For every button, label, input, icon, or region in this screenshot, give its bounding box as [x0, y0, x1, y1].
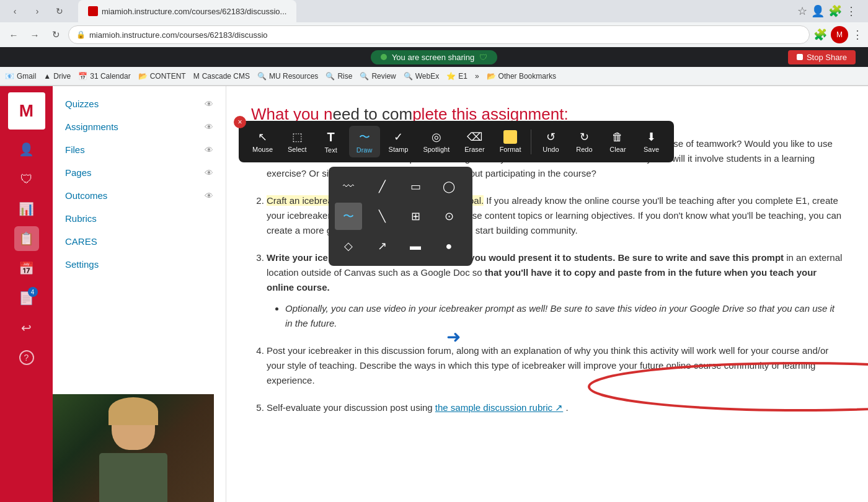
- bookmark-review[interactable]: 🔍 Review: [360, 72, 396, 81]
- toolbar-eraser-btn[interactable]: ⌫ Eraser: [458, 126, 490, 157]
- format-label: Format: [500, 146, 521, 153]
- shape-diamond-btn[interactable]: ◇: [335, 232, 362, 260]
- nav-item-quizzes[interactable]: Quizzes 👁: [53, 92, 226, 115]
- green-dot-icon: [381, 54, 387, 60]
- shape-circle-dots-btn[interactable]: ⊙: [435, 203, 463, 230]
- sidebar-logo[interactable]: M: [8, 92, 45, 130]
- more-icon[interactable]: ⋮: [846, 4, 857, 18]
- back-nav-button[interactable]: ←: [5, 26, 22, 43]
- back-button[interactable]: ‹: [6, 2, 24, 20]
- refresh-nav-button[interactable]: ↻: [47, 26, 64, 43]
- bookmark-cascade[interactable]: M Cascade CMS: [193, 72, 250, 81]
- bookmark-more[interactable]: »: [475, 72, 479, 81]
- profile-avatar[interactable]: M: [831, 26, 848, 43]
- sidebar-item-calendar[interactable]: 📅: [14, 256, 39, 281]
- extensions-icon[interactable]: 🧩: [813, 28, 827, 42]
- screen-share-indicator: You are screen sharing 🛡: [371, 50, 497, 64]
- bookmark-content[interactable]: 📂 CONTENT: [138, 72, 186, 81]
- toolbar-stamp-btn[interactable]: ✓ Stamp: [383, 126, 415, 157]
- sidebar-item-avatar[interactable]: 👤: [14, 137, 39, 162]
- bookmark-e1[interactable]: ⭐ E1: [446, 72, 467, 81]
- calendar-sidebar-icon: 📅: [19, 261, 34, 276]
- toolbar-draw-btn[interactable]: 〜 Draw: [349, 126, 380, 157]
- nav-item-assignments[interactable]: Assignments 👁: [53, 115, 226, 138]
- stop-dot-icon: [797, 54, 803, 60]
- shape-rect-solid-btn[interactable]: ▬: [402, 232, 429, 260]
- bookmark-other[interactable]: 📂 Other Bookmarks: [487, 72, 556, 81]
- nav-item-outcomes[interactable]: Outcomes 👁: [53, 184, 226, 207]
- list-icon: 📋: [19, 231, 34, 246]
- redo-label: Redo: [576, 146, 592, 153]
- nav-item-files[interactable]: Files 👁: [53, 138, 226, 161]
- shape-arrow-btn[interactable]: ↗: [368, 232, 396, 260]
- nav-files-label: Files: [65, 144, 85, 155]
- bookmark-webex[interactable]: 🔍 WebEx: [404, 72, 439, 81]
- webcam-overlay: [53, 394, 214, 502]
- shape-line-btn[interactable]: ╱: [368, 173, 396, 200]
- shape-grid-btn[interactable]: ⊞: [402, 203, 429, 230]
- nav-item-settings[interactable]: Settings: [53, 253, 226, 276]
- shape-circle-solid-btn[interactable]: ●: [435, 232, 463, 260]
- bookmark-drive[interactable]: ▲ Drive: [43, 72, 71, 81]
- sidebar-item-list[interactable]: 📋: [14, 226, 39, 251]
- shape-picker: 〰 ╱ ▭ ◯ 〜 ╲ ⊞ ⊙ ◇ ↗ ▬ ●: [329, 167, 472, 266]
- stop-share-button[interactable]: Stop Share: [788, 50, 856, 64]
- refresh-button[interactable]: ↻: [51, 2, 68, 20]
- nav-pages-eye-icon[interactable]: 👁: [205, 168, 213, 178]
- shield-icon: 🛡: [20, 172, 33, 187]
- sidebar-item-analytics[interactable]: 📊: [14, 196, 39, 221]
- drive-icon: ▲: [43, 72, 51, 81]
- toolbar-undo-btn[interactable]: ↺ Undo: [535, 126, 566, 157]
- eraser-icon: ⌫: [467, 130, 482, 144]
- profile-icon[interactable]: 👤: [811, 4, 825, 18]
- active-tab[interactable]: miamioh.instructure.com/courses/62183/di…: [78, 0, 296, 22]
- toolbar-clear-btn[interactable]: 🗑 Clear: [602, 127, 633, 157]
- shape-line2-btn[interactable]: ╲: [368, 203, 396, 230]
- nav-item-pages[interactable]: Pages 👁: [53, 161, 226, 184]
- toolbar-text-btn[interactable]: T Text: [316, 126, 347, 157]
- toolbar-select-btn[interactable]: ⬚ Select: [281, 126, 313, 157]
- more-options-icon[interactable]: ⋮: [852, 28, 863, 42]
- nav-files-eye-icon[interactable]: 👁: [205, 145, 213, 155]
- toolbar-format-btn[interactable]: Format: [494, 126, 528, 157]
- toolbar-spotlight-btn[interactable]: ◎ Spotlight: [417, 126, 456, 157]
- help-icon: ?: [19, 350, 34, 365]
- bookmark-mu-resources[interactable]: 🔍 MU Resources: [257, 72, 318, 81]
- format-color-icon: [503, 130, 517, 144]
- toolbar-divider: [531, 130, 531, 154]
- shape-curve-btn[interactable]: 〜: [335, 203, 362, 230]
- address-text: miamioh.instructure.com/courses/62183/di…: [89, 30, 268, 40]
- bookmark-calendar[interactable]: 📅 31 Calendar: [78, 72, 130, 81]
- nav-quizzes-eye-icon[interactable]: 👁: [205, 99, 213, 109]
- sidebar-item-shield[interactable]: 🛡: [14, 167, 39, 192]
- sidebar-item-reports[interactable]: 📄 4: [14, 286, 39, 310]
- undo-icon: ↺: [546, 130, 556, 144]
- nav-outcomes-eye-icon[interactable]: 👁: [205, 191, 213, 201]
- nav-item-cares[interactable]: CARES: [53, 230, 226, 253]
- forward-nav-button[interactable]: →: [26, 26, 43, 43]
- shape-rect-outline-btn[interactable]: ▭: [402, 173, 429, 200]
- sidebar-item-redo[interactable]: ↩: [14, 315, 39, 340]
- badge-count: 4: [28, 287, 38, 297]
- star-icon[interactable]: ☆: [797, 4, 807, 18]
- toolbar-save-btn[interactable]: ⬇ Save: [636, 126, 666, 157]
- sample-rubric-link[interactable]: the sample discussion rubric ↗: [435, 402, 563, 413]
- sidebar-item-help[interactable]: ?: [14, 345, 39, 370]
- toolbar-mouse-btn[interactable]: ↖ Mouse: [246, 126, 279, 157]
- shape-ellipse-outline-btn[interactable]: ◯: [435, 173, 463, 200]
- bookmark-rise[interactable]: 🔍 Rise: [326, 72, 352, 81]
- drawing-toolbar: × ↖ Mouse ⬚ Select T Text 〜 Draw ✓ Stamp…: [239, 121, 674, 162]
- shape-wave-btn[interactable]: 〰: [335, 173, 362, 200]
- forward-button[interactable]: ›: [29, 2, 46, 20]
- bookmark-gmail[interactable]: 📧 Gmail: [5, 72, 36, 81]
- nav-assignments-eye-icon[interactable]: 👁: [205, 122, 213, 132]
- rise-icon: 🔍: [326, 72, 335, 81]
- close-toolbar-button[interactable]: ×: [234, 116, 246, 128]
- shield-check-icon: 🛡: [479, 53, 487, 62]
- nav-item-rubrics[interactable]: Rubrics: [53, 207, 226, 230]
- stop-share-label: Stop Share: [807, 53, 847, 62]
- toolbar-redo-btn[interactable]: ↻ Redo: [569, 126, 600, 157]
- address-bar[interactable]: 🔒 miamioh.instructure.com/courses/62183/…: [68, 25, 810, 44]
- puzzle-icon[interactable]: 🧩: [828, 4, 842, 18]
- stamp-label: Stamp: [389, 146, 409, 153]
